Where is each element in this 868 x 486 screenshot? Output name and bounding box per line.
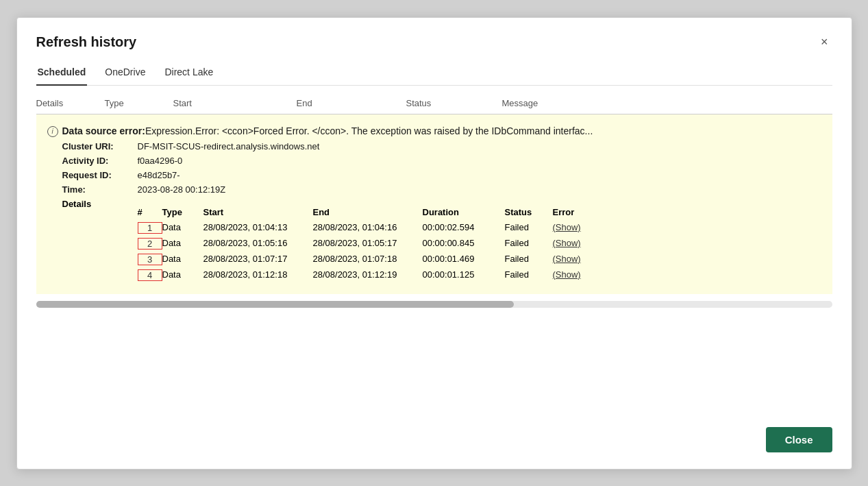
row-duration: 00:00:01.125 (423, 269, 505, 281)
scrollbar-thumb[interactable] (36, 301, 514, 308)
col-start: Start (173, 98, 297, 108)
tab-bar: Scheduled OneDrive Direct Lake (36, 61, 832, 86)
datasource-label: Data source error: (62, 125, 145, 136)
row-type: Data (162, 222, 203, 234)
inner-col-num: # (138, 207, 162, 217)
inner-table-body: 1 Data 28/08/2023, 01:04:13 28/08/2023, … (138, 220, 608, 283)
row-end: 28/08/2023, 01:07:18 (313, 254, 423, 265)
datasource-error-row: i Data source error: Expression.Error: <… (47, 125, 821, 137)
row-duration: 00:00:02.594 (423, 222, 505, 234)
row-duration: 00:00:01.469 (423, 254, 505, 265)
row-start: 28/08/2023, 01:05:16 (203, 238, 313, 250)
time-value: 2023-08-28 00:12:19Z (138, 184, 226, 195)
row-num: 1 (138, 222, 162, 234)
col-type: Type (105, 98, 173, 108)
inner-col-duration: Duration (423, 207, 505, 217)
activity-value: f0aa4296-0 (138, 156, 183, 166)
time-row: Time: 2023-08-28 00:12:19Z (62, 184, 821, 195)
col-message: Message (502, 98, 832, 108)
row-status: Failed (505, 254, 553, 265)
row-duration: 00:00:00.845 (423, 238, 505, 250)
cluster-label: Cluster URI: (62, 141, 138, 151)
table-row: 3 Data 28/08/2023, 01:07:17 28/08/2023, … (138, 252, 608, 267)
inner-col-end: End (313, 207, 423, 217)
row-status: Failed (505, 269, 553, 281)
row-type: Data (162, 238, 203, 250)
table-header: Details Type Start End Status Message (36, 91, 832, 114)
row-show-link[interactable]: (Show) (553, 238, 608, 250)
row-show-link[interactable]: (Show) (553, 269, 608, 281)
request-row: Request ID: e48d25b7- (62, 170, 821, 180)
close-button[interactable]: Close (766, 427, 832, 452)
row-end: 28/08/2023, 01:04:16 (313, 222, 423, 234)
dialog-footer: Close (36, 427, 832, 452)
error-panel: i Data source error: Expression.Error: <… (36, 114, 832, 294)
row-status: Failed (505, 222, 553, 234)
table-row: 1 Data 28/08/2023, 01:04:13 28/08/2023, … (138, 220, 608, 236)
row-type: Data (162, 254, 203, 265)
row-start: 28/08/2023, 01:12:18 (203, 269, 313, 281)
table-row: 4 Data 28/08/2023, 01:12:18 28/08/2023, … (138, 267, 608, 283)
inner-table: # Type Start End Duration Status Error 1… (138, 204, 608, 283)
row-end: 28/08/2023, 01:05:17 (313, 238, 423, 250)
table-row: 2 Data 28/08/2023, 01:05:16 28/08/2023, … (138, 236, 608, 252)
row-num: 4 (138, 269, 162, 281)
col-end: End (297, 98, 406, 108)
row-type: Data (162, 269, 203, 281)
dialog-close-icon[interactable]: × (817, 34, 832, 49)
datasource-value: Expression.Error: <ccon>Forced Error. </… (145, 125, 593, 136)
content-area: i Data source error: Expression.Error: <… (36, 114, 832, 416)
details-label: Details (62, 199, 138, 209)
refresh-history-dialog: Refresh history × Scheduled OneDrive Dir… (16, 17, 852, 470)
cluster-row: Cluster URI: DF-MSIT-SCUS-redirect.analy… (62, 141, 821, 151)
dialog-title: Refresh history (36, 34, 137, 50)
inner-table-header: # Type Start End Duration Status Error (138, 204, 608, 220)
row-start: 28/08/2023, 01:04:13 (203, 222, 313, 234)
row-num: 2 (138, 238, 162, 250)
tab-direct-lake[interactable]: Direct Lake (163, 61, 214, 86)
row-start: 28/08/2023, 01:07:17 (203, 254, 313, 265)
inner-col-type: Type (162, 207, 203, 217)
inner-col-status: Status (505, 207, 553, 217)
cluster-value: DF-MSIT-SCUS-redirect.analysis.windows.n… (138, 141, 320, 151)
row-num: 3 (138, 254, 162, 265)
row-end: 28/08/2023, 01:12:19 (313, 269, 423, 281)
activity-label: Activity ID: (62, 156, 138, 166)
activity-row: Activity ID: f0aa4296-0 (62, 156, 821, 166)
inner-col-start: Start (203, 207, 313, 217)
col-details: Details (36, 98, 105, 108)
row-show-link[interactable]: (Show) (553, 254, 608, 265)
row-status: Failed (505, 238, 553, 250)
row-show-link[interactable]: (Show) (553, 222, 608, 234)
info-icon: i (47, 126, 58, 137)
dialog-header: Refresh history × (36, 34, 832, 50)
horizontal-scrollbar[interactable] (36, 301, 832, 308)
tab-onedrive[interactable]: OneDrive (103, 61, 147, 86)
details-row: Details # Type Start End Duration Status… (62, 199, 821, 283)
col-status: Status (406, 98, 502, 108)
time-label: Time: (62, 184, 138, 195)
request-value: e48d25b7- (138, 170, 180, 180)
tab-scheduled[interactable]: Scheduled (36, 61, 88, 86)
request-label: Request ID: (62, 170, 138, 180)
inner-col-error: Error (553, 207, 608, 217)
